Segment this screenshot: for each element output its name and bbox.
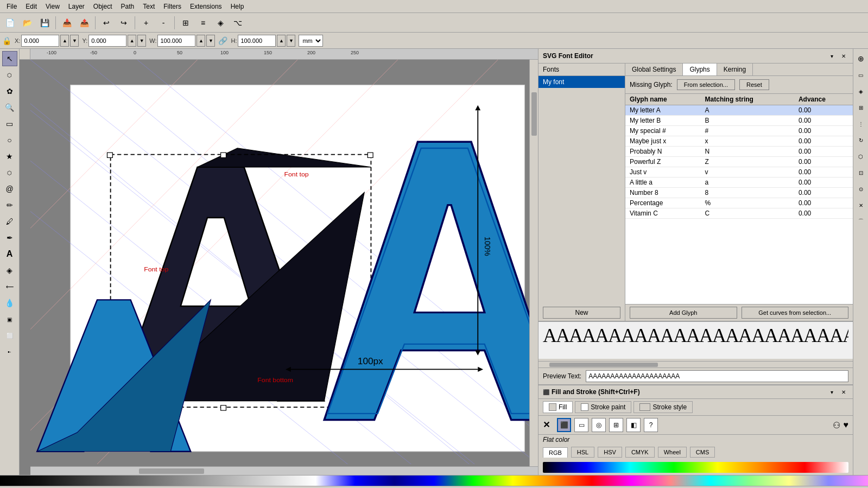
stroke-paint-tab[interactable]: Stroke paint	[575, 401, 631, 413]
star-tool[interactable]: ★	[2, 149, 17, 164]
save-button[interactable]: 💾	[37, 15, 52, 30]
canvas-container[interactable]: 100px 100% Font top Font bottom Font top	[30, 60, 538, 464]
tab-glyphs[interactable]: Glyphs	[683, 64, 717, 75]
fill-none-button[interactable]: ✕	[543, 420, 554, 430]
new-font-button[interactable]: New	[543, 307, 620, 319]
3d-box-tool[interactable]: ⬡	[2, 165, 17, 180]
y-decrement[interactable]: ▼	[137, 35, 146, 47]
vertical-scrollbar[interactable]	[529, 60, 538, 466]
calligraphy-tool[interactable]: ✒	[2, 230, 17, 245]
unknown-fill-button[interactable]: ?	[644, 418, 658, 432]
fill-stroke-close[interactable]: ✕	[839, 387, 848, 397]
import-button[interactable]: 📥	[59, 15, 74, 30]
menu-view[interactable]: View	[41, 2, 64, 11]
rgb-button[interactable]: RGB	[543, 447, 568, 458]
y-input[interactable]	[88, 35, 126, 47]
unit-selector[interactable]: mmpxcminpt	[299, 35, 323, 47]
spray-tool[interactable]: •·	[2, 344, 17, 359]
font-item-my-font[interactable]: My font	[538, 76, 625, 88]
align-button[interactable]: ≡	[195, 15, 211, 30]
transform-button[interactable]: ⊞	[178, 15, 193, 30]
undo-button[interactable]: ↩	[99, 15, 114, 30]
rect-tool[interactable]: ▭	[2, 116, 17, 131]
tab-kerning[interactable]: Kerning	[717, 64, 753, 75]
glyph-table[interactable]: Glyph name Matching string Advance My le…	[625, 94, 853, 304]
redo-button[interactable]: ↪	[116, 15, 131, 30]
stroke-paint-checkbox[interactable]	[581, 403, 588, 411]
y-increment[interactable]: ▲	[128, 35, 136, 47]
menu-path[interactable]: Path	[117, 2, 139, 11]
x-increment[interactable]: ▲	[60, 35, 69, 47]
fill-tab[interactable]: Fill	[543, 401, 573, 413]
zoom-tool[interactable]: 🔍	[2, 100, 17, 115]
swatches-bar[interactable]	[0, 475, 868, 486]
snap-tangents[interactable]: ⌒	[853, 214, 869, 229]
snap-page[interactable]: ⬡	[853, 149, 869, 164]
radial-gradient-button[interactable]: ◎	[592, 418, 606, 432]
gradient-tool[interactable]: ◈	[2, 263, 17, 278]
horizontal-scroll-thumb[interactable]	[139, 468, 204, 474]
preview-input[interactable]	[586, 370, 848, 382]
menu-layer[interactable]: Layer	[64, 2, 89, 11]
horizontal-scrollbar[interactable]	[30, 466, 538, 475]
eraser-tool[interactable]: ⬜	[2, 328, 17, 343]
snap-centers[interactable]: ⊙	[853, 181, 869, 197]
text-tool[interactable]: A	[2, 246, 17, 262]
fill-stroke-minimize[interactable]: ▾	[827, 387, 837, 397]
paint-bucket-tool[interactable]: ▣	[2, 312, 17, 327]
cms-button[interactable]: CMS	[690, 447, 715, 458]
connector-tool[interactable]: ⟵	[2, 279, 17, 294]
from-selection-button[interactable]: From selection...	[677, 79, 735, 90]
flat-color-button[interactable]: ⬛	[557, 418, 571, 432]
selector-tool[interactable]: ↖	[2, 51, 17, 66]
menu-text[interactable]: Text	[138, 2, 159, 11]
stroke-style-tab[interactable]: Stroke style	[633, 401, 693, 413]
hsv-button[interactable]: HSV	[598, 447, 622, 458]
font-editor-minimize[interactable]: ▾	[827, 51, 837, 61]
snap-grids[interactable]: ⋮	[853, 116, 869, 131]
vertical-scroll-thumb[interactable]	[531, 92, 537, 136]
x-input[interactable]	[21, 35, 59, 47]
aspect-ratio-lock-icon[interactable]: 🔗	[218, 36, 227, 45]
table-row[interactable]: My special # # 0.00	[625, 126, 853, 136]
export-button[interactable]: 📤	[77, 15, 92, 30]
table-row[interactable]: Vitamin C C 0.00	[625, 208, 853, 219]
tab-global-settings[interactable]: Global Settings	[625, 64, 683, 75]
menu-help[interactable]: Help	[226, 2, 249, 11]
swatch-button[interactable]: ◧	[626, 418, 641, 432]
menu-extensions[interactable]: Extensions	[186, 2, 226, 11]
tweak-tool[interactable]: ✿	[2, 84, 17, 99]
snap-nodes[interactable]: ◈	[853, 84, 869, 99]
zoom-out-button[interactable]: -	[156, 15, 171, 30]
h-increment[interactable]: ▲	[277, 35, 286, 47]
table-row[interactable]: Just v v 0.00	[625, 167, 853, 178]
table-row[interactable]: Number 8 8 0.00	[625, 188, 853, 198]
snap-rotation[interactable]: ↻	[853, 132, 869, 148]
w-decrement[interactable]: ▼	[206, 35, 215, 47]
table-row[interactable]: Probably N N 0.00	[625, 147, 853, 157]
ellipse-tool[interactable]: ○	[2, 132, 17, 148]
table-row[interactable]: Maybe just x x 0.00	[625, 136, 853, 147]
xml-editor-button[interactable]: ⌥	[230, 15, 245, 30]
menu-file[interactable]: File	[2, 2, 21, 11]
reset-button[interactable]: Reset	[739, 79, 769, 90]
menu-filters[interactable]: Filters	[159, 2, 186, 11]
h-decrement[interactable]: ▼	[287, 35, 295, 47]
add-glyph-button[interactable]: Add Glyph	[630, 307, 737, 319]
table-row[interactable]: My letter B B 0.00	[625, 116, 853, 126]
linear-gradient-button[interactable]: ▭	[574, 418, 588, 432]
fill-checkbox[interactable]	[549, 403, 556, 411]
font-editor-close[interactable]: ✕	[839, 51, 848, 61]
zoom-in-button[interactable]: +	[138, 15, 154, 30]
open-button[interactable]: 📂	[20, 15, 35, 30]
nodes-button[interactable]: ◈	[213, 15, 228, 30]
table-row[interactable]: Percentage % 0.00	[625, 198, 853, 208]
snap-toggle[interactable]: ⊕	[853, 51, 869, 66]
snap-bbox[interactable]: ▭	[853, 67, 869, 83]
lock-icon[interactable]: 🔒	[2, 36, 11, 45]
x-decrement[interactable]: ▼	[70, 35, 79, 47]
node-tool[interactable]: ⬡	[2, 67, 17, 83]
preview-scroll-thumb[interactable]	[549, 363, 658, 367]
pencil-tool[interactable]: ✏	[2, 198, 17, 213]
table-row[interactable]: A little a a 0.00	[625, 178, 853, 188]
